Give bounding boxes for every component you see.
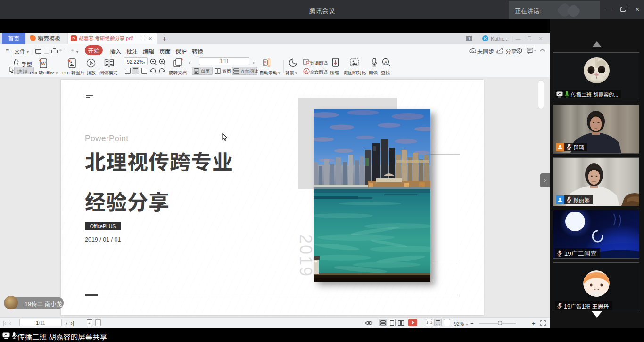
- svg-text:A: A: [384, 60, 387, 65]
- svg-text:A: A: [305, 69, 308, 73]
- svg-text:W: W: [41, 61, 46, 66]
